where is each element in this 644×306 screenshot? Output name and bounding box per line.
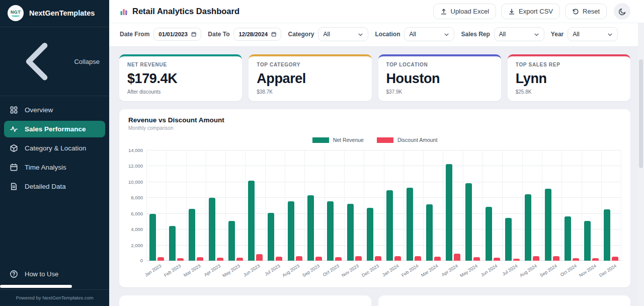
bar-net-revenue[interactable]	[189, 209, 195, 261]
sidebar-item-overview[interactable]: Overview	[4, 102, 105, 118]
filter-category: Category All	[288, 27, 368, 41]
date-to-input[interactable]: 12/28/2024	[233, 28, 281, 41]
sidebar-collapse-button[interactable]: Collapse	[0, 27, 109, 96]
x-axis-label: Mar 2024	[420, 263, 439, 278]
bar-net-revenue[interactable]	[169, 226, 176, 261]
bar-discount-amount[interactable]	[415, 256, 421, 261]
help-label: How to Use	[25, 270, 58, 278]
category-select[interactable]: All	[318, 27, 368, 41]
kpi-label: TOP LOCATION	[386, 62, 493, 67]
filter-label: Year	[551, 31, 564, 38]
bar-net-revenue[interactable]	[307, 195, 314, 261]
sidebar-item-detailed-data[interactable]: Detailed Data	[4, 178, 105, 195]
bar-net-revenue[interactable]	[545, 189, 551, 261]
x-axis-label: Apr 2023	[203, 263, 221, 277]
date-from-input[interactable]: 01/01/2023	[153, 28, 201, 41]
reset-button[interactable]: Reset	[565, 4, 607, 19]
legend-label: Net Revenue	[333, 137, 364, 143]
bar-discount-amount[interactable]	[553, 256, 559, 261]
bar-net-revenue[interactable]	[604, 209, 610, 261]
bar-net-revenue[interactable]	[446, 164, 452, 261]
upload-icon	[440, 8, 447, 15]
bar-net-revenue[interactable]	[347, 204, 354, 261]
bar-discount-amount[interactable]	[355, 256, 362, 261]
sidebar-item-how-to-use[interactable]: How to Use	[4, 266, 105, 282]
x-axis-label: Oct 2023	[322, 263, 340, 277]
bar-net-revenue[interactable]	[367, 208, 373, 261]
legend-item-net-revenue[interactable]: Net Revenue	[312, 137, 364, 143]
bar-net-revenue[interactable]	[149, 214, 156, 261]
sidebar-item-label: Category & Location	[25, 144, 86, 152]
chart-subtitle: Monthly comparison	[128, 125, 621, 131]
vertical-scrollbar-thumb[interactable]	[639, 59, 643, 168]
legend-label: Discount Amount	[397, 137, 437, 143]
bar-group	[482, 150, 502, 261]
theme-toggle-button[interactable]	[614, 3, 630, 20]
sales-rep-select[interactable]: All	[494, 27, 544, 41]
bar-discount-amount[interactable]	[315, 257, 322, 261]
bar-net-revenue[interactable]	[228, 221, 235, 261]
kpi-subtext: After discounts	[127, 89, 234, 95]
bar-group	[285, 150, 304, 261]
bar-net-revenue[interactable]	[288, 201, 294, 261]
bar-net-revenue[interactable]	[486, 207, 492, 261]
sidebar-nav: Overview Sales Performance Category & Lo…	[0, 96, 109, 197]
bar-net-revenue[interactable]	[407, 188, 413, 261]
bar-discount-amount[interactable]	[454, 254, 460, 261]
bar-group	[166, 150, 186, 261]
bar-net-revenue[interactable]	[386, 190, 393, 261]
year-select[interactable]: All	[568, 27, 618, 41]
bar-net-revenue[interactable]	[327, 201, 334, 261]
export-csv-button[interactable]: Export CSV	[501, 4, 560, 19]
bar-group	[245, 150, 265, 261]
chart-area: 02,0004,0006,0008,00010,00012,00014,000	[128, 150, 621, 261]
plot-area	[146, 150, 621, 261]
bar-discount-amount[interactable]	[434, 257, 441, 261]
bar-discount-amount[interactable]	[157, 257, 164, 261]
bar-discount-amount[interactable]	[533, 256, 539, 261]
button-label: Export CSV	[519, 8, 553, 15]
upload-excel-button[interactable]: Upload Excel	[433, 4, 497, 19]
legend-item-discount-amount[interactable]: Discount Amount	[377, 137, 437, 143]
bar-group	[146, 150, 166, 261]
filter-label: Date To	[208, 31, 229, 38]
bar-group	[364, 150, 383, 261]
bar-net-revenue[interactable]	[505, 218, 512, 261]
sidebar-item-time-analysis[interactable]: Time Analysis	[4, 159, 105, 176]
filter-location: Location All	[375, 27, 454, 41]
bar-discount-amount[interactable]	[612, 257, 618, 261]
location-select[interactable]: All	[404, 27, 454, 41]
bar-discount-amount[interactable]	[276, 257, 282, 261]
bar-discount-amount[interactable]	[197, 257, 203, 261]
sidebar-horizontal-scrollbar[interactable]	[0, 285, 72, 288]
main-area: Retail Analytics Dashboard Upload Excel …	[109, 0, 644, 306]
bar-net-revenue[interactable]	[584, 221, 591, 261]
bar-discount-amount[interactable]	[296, 256, 302, 261]
x-axis-label: Nov 2023	[341, 263, 360, 278]
chevron-down-icon	[358, 32, 363, 37]
bar-discount-amount[interactable]	[375, 256, 381, 261]
kpi-value: Apparel	[257, 71, 363, 87]
bar-discount-amount[interactable]	[394, 256, 401, 261]
bar-net-revenue[interactable]	[268, 213, 274, 261]
bar-group	[601, 150, 621, 261]
bar-net-revenue[interactable]	[465, 183, 472, 261]
x-axis-label: Oct 2024	[559, 263, 578, 277]
sales-rep-value: All	[499, 31, 506, 38]
x-axis-label: Jan 2024	[381, 263, 400, 278]
bar-net-revenue[interactable]	[209, 198, 215, 261]
sidebar-item-label: Overview	[25, 106, 53, 114]
bar-group	[582, 150, 601, 261]
bar-net-revenue[interactable]	[248, 181, 255, 261]
dashboard-content: NET REVENUE $179.4K After discounts TOP …	[109, 47, 644, 306]
bar-discount-amount[interactable]	[335, 257, 342, 261]
bar-net-revenue[interactable]	[565, 216, 571, 261]
bar-net-revenue[interactable]	[426, 204, 433, 261]
bar-discount-amount[interactable]	[256, 254, 263, 261]
bar-net-revenue[interactable]	[525, 194, 531, 261]
sidebar-item-sales-performance[interactable]: Sales Performance	[4, 121, 105, 137]
sidebar-item-label: Detailed Data	[25, 183, 66, 190]
vertical-scrollbar-track[interactable]	[638, 23, 644, 306]
sidebar-item-category-location[interactable]: Category & Location	[4, 140, 105, 157]
bar-discount-amount[interactable]	[473, 257, 480, 261]
